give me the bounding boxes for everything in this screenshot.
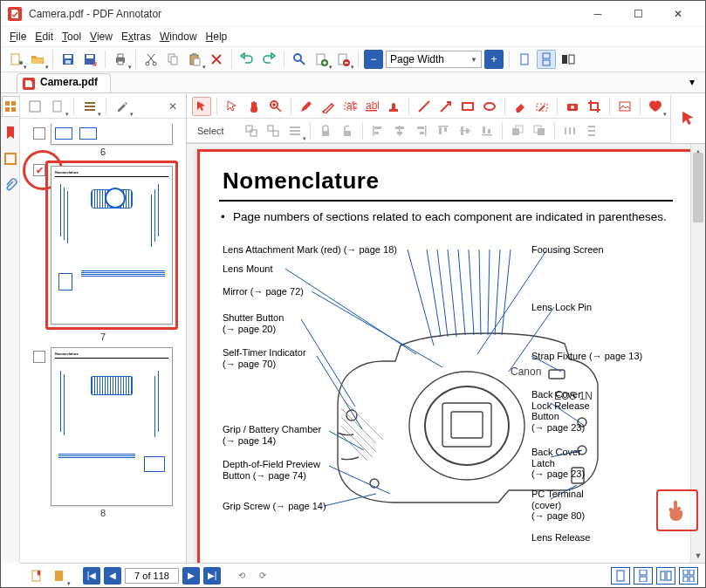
line-tool[interactable] — [415, 97, 434, 116]
save-button[interactable] — [58, 50, 78, 69]
thumb-select-all-checkbox[interactable] — [25, 97, 45, 116]
save-as-button[interactable] — [80, 50, 99, 69]
maximize-button[interactable]: ☐ — [618, 1, 658, 27]
distribute-v-button[interactable] — [582, 121, 601, 140]
lock-button[interactable] — [316, 121, 335, 140]
align-left-button[interactable] — [368, 121, 387, 140]
align-bottom-button[interactable] — [477, 121, 497, 140]
menu-file[interactable]: File — [6, 29, 30, 44]
thumbnail-page-6[interactable]: 6 — [33, 124, 173, 157]
scroll-thumb[interactable] — [693, 153, 703, 222]
snapshot-tool[interactable] — [563, 97, 582, 116]
thumbnail-checkbox[interactable] — [33, 164, 45, 176]
separator — [291, 98, 291, 115]
pointer-tool[interactable] — [192, 97, 211, 116]
distribute-h-button[interactable] — [560, 121, 579, 140]
new-doc-button[interactable] — [6, 50, 25, 69]
nav-forward-button[interactable]: ⟳ — [254, 567, 271, 585]
eraser-tool[interactable] — [511, 97, 530, 116]
first-page-button[interactable]: |◀ — [83, 567, 100, 585]
copy-button[interactable] — [163, 50, 182, 69]
send-back-button[interactable] — [530, 121, 549, 140]
pan-tool[interactable] — [244, 97, 264, 116]
rectangle-tool[interactable] — [458, 97, 477, 116]
page-options-button[interactable] — [50, 566, 69, 585]
thumbnail-page-7[interactable]: Nomenclature 7 — [33, 161, 173, 342]
scroll-down-button[interactable]: ▼ — [691, 548, 705, 563]
text-tool[interactable]: ab — [340, 97, 360, 116]
thumbnail-checkbox[interactable] — [33, 127, 45, 140]
crop-tool[interactable] — [585, 97, 604, 116]
single-page-button[interactable] — [515, 50, 534, 69]
zoom-level-select[interactable]: Page Width▼ — [386, 51, 482, 68]
close-window-button[interactable]: ✕ — [658, 1, 698, 27]
unlock-button[interactable] — [338, 121, 357, 140]
thumbnail-checkbox[interactable] — [33, 351, 45, 363]
undo-button[interactable] — [237, 50, 257, 69]
ellipse-tool[interactable] — [480, 97, 499, 116]
menu-edit[interactable]: Edit — [31, 29, 57, 44]
paste-button[interactable] — [185, 50, 204, 69]
side-bookmarks-tab[interactable] — [2, 122, 19, 143]
menu-view[interactable]: View — [86, 29, 116, 44]
menu-extras[interactable]: Extras — [118, 29, 154, 44]
menu-window[interactable]: Window — [156, 29, 201, 44]
print-button[interactable] — [111, 50, 130, 69]
delete-page-button[interactable] — [333, 50, 353, 69]
lasso-tool[interactable] — [223, 97, 242, 116]
redo-button[interactable] — [259, 50, 278, 69]
stamp-tool[interactable] — [384, 97, 403, 116]
arrow-tool[interactable] — [436, 97, 456, 116]
thumb-settings-menu[interactable] — [113, 97, 132, 116]
document-tab[interactable]: Camera.pdf — [17, 73, 111, 92]
last-page-button[interactable]: ▶| — [203, 567, 221, 585]
thumbnail-page-8[interactable]: Nomenclature 8 — [33, 347, 173, 518]
side-attachments-tab[interactable] — [2, 174, 19, 195]
zoom-tool[interactable] — [266, 97, 285, 116]
bookmark-page-button[interactable] — [27, 566, 46, 585]
find-button[interactable] — [290, 50, 309, 69]
page-number-field[interactable]: 7 of 118 — [125, 568, 179, 584]
align-center-h-button[interactable] — [390, 121, 409, 140]
layout-facing-continuous-button[interactable] — [679, 567, 698, 585]
side-annotations-tab[interactable] — [2, 148, 19, 169]
align-right-button[interactable] — [412, 121, 431, 140]
menu-tool[interactable]: Tool — [58, 29, 85, 44]
layout-continuous-button[interactable] — [634, 567, 653, 585]
next-page-button[interactable]: ▶ — [182, 567, 200, 585]
delete-button[interactable] — [207, 50, 226, 69]
group-button[interactable] — [242, 121, 261, 140]
two-page-button[interactable] — [559, 50, 578, 69]
continuous-page-button[interactable] — [537, 50, 556, 69]
pen-tool[interactable] — [297, 97, 316, 116]
underline-tool[interactable]: abl — [362, 97, 381, 116]
align-middle-v-button[interactable] — [456, 121, 475, 140]
layout-single-button[interactable] — [611, 567, 630, 585]
favorites-tool[interactable] — [646, 97, 665, 116]
insert-page-button[interactable] — [312, 50, 331, 69]
arrange-button[interactable] — [285, 121, 305, 140]
side-thumbnails-tab[interactable] — [2, 96, 19, 117]
thumbnail-panel-close[interactable]: ✕ — [165, 99, 181, 114]
layout-facing-button[interactable] — [656, 567, 675, 585]
zoom-in-button[interactable]: + — [484, 50, 504, 69]
erase-area-tool[interactable] — [532, 97, 552, 116]
nav-back-button[interactable]: ⟲ — [233, 567, 250, 585]
svg-rect-58 — [373, 126, 374, 136]
ungroup-button[interactable] — [264, 121, 283, 140]
image-tool[interactable] — [615, 97, 634, 116]
zoom-out-button[interactable]: − — [364, 50, 383, 69]
thumb-page-menu[interactable] — [48, 97, 67, 116]
menu-help[interactable]: Help — [202, 29, 231, 44]
tab-list-dropdown[interactable]: ▾ — [684, 74, 700, 90]
highlighter-tool[interactable] — [319, 97, 338, 116]
cut-button[interactable] — [141, 50, 161, 69]
prev-page-button[interactable]: ◀ — [104, 567, 121, 585]
bring-front-button[interactable] — [508, 121, 527, 140]
thumbnail-list[interactable]: 6 Nomenclature — [20, 119, 186, 563]
page-stage[interactable]: Nomenclature Page numbers of sections re… — [187, 143, 705, 563]
thumb-view-menu[interactable] — [80, 97, 99, 116]
minimize-button[interactable]: ─ — [578, 1, 618, 27]
open-button[interactable] — [28, 50, 47, 69]
align-top-button[interactable] — [434, 121, 453, 140]
